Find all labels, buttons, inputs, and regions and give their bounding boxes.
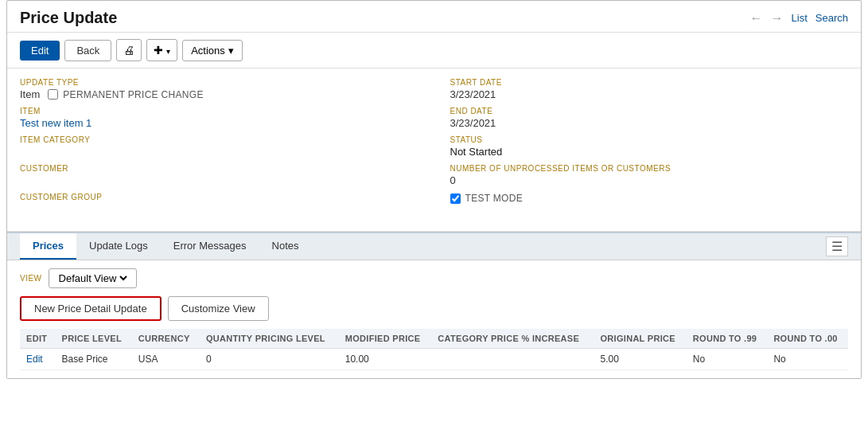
col-modified-price: MODIFIED PRICE [339,329,432,349]
col-category-price-increase: CATEGORY PRICE % INCREASE [431,329,594,349]
tab-content-prices: VIEW Default View New Price Detail Updat… [7,260,861,378]
status-label: STATUS [450,135,849,144]
page-title: Price Update [20,9,117,27]
row-currency: USA [132,349,200,370]
customer-group-group: CUSTOMER GROUP [20,193,418,215]
actions-arrow-icon: ▾ [228,45,234,57]
start-date-label: START DATE [450,78,849,87]
forward-arrow-nav[interactable]: → [771,11,784,25]
customer-label: CUSTOMER [20,164,418,173]
row-original-price: 5.00 [594,349,686,370]
col-round-00: ROUND TO .00 [767,329,848,349]
test-mode-group: TEST MODE [450,193,849,204]
new-price-detail-button[interactable]: New Price Detail Update [20,296,162,321]
page-header: Price Update ← → List Search [7,1,861,33]
back-button[interactable]: Back [64,40,111,61]
customer-group-value [20,203,418,215]
unprocessed-group: NUMBER OF UNPROCESSED ITEMS OR CUSTOMERS… [450,164,849,186]
tab-notes[interactable]: Notes [259,233,312,260]
actions-label: Actions [191,45,225,57]
toolbar: Edit Back 🖨 ✚ ▾ Actions ▾ [7,33,861,68]
row-modified-price: 10.00 [339,349,432,370]
actions-button[interactable]: Actions ▾ [182,40,243,61]
back-arrow-nav[interactable]: ← [750,11,763,25]
end-date-group: END DATE 3/23/2021 [450,107,849,129]
unprocessed-label: NUMBER OF UNPROCESSED ITEMS OR CUSTOMERS [450,164,849,173]
item-category-value [20,146,418,158]
end-date-label: END DATE [450,107,849,115]
col-quantity-pricing-level: QUANTITY PRICING LEVEL [200,329,339,349]
tab-collapse-button[interactable]: ☰ [826,236,848,256]
item-group: ITEM Test new item 1 [20,107,418,129]
row-price-level: Base Price [56,349,132,370]
row-round-00: No [767,349,848,370]
customer-group-label: CUSTOMER GROUP [20,193,418,201]
item-category-label: ITEM CATEGORY [20,135,418,144]
tabs-container: Prices Update Logs Error Messages Notes … [7,232,861,378]
row-quantity-pricing-level: 0 [200,349,339,370]
item-category-group: ITEM CATEGORY [20,135,418,158]
print-button[interactable]: 🖨 [116,39,142,61]
col-edit: EDIT [20,329,56,349]
add-icon: ✚ [154,44,163,57]
status-group: STATUS Not Started [450,135,849,158]
permanent-price-label: PERMANENT PRICE CHANGE [63,89,203,100]
item-label: ITEM [20,107,418,115]
permanent-price-row: PERMANENT PRICE CHANGE [48,89,203,100]
add-arrow-icon: ▾ [166,47,170,56]
price-table: EDIT PRICE LEVEL CURRENCY QUANTITY PRICI… [20,329,848,370]
start-date-value: 3/23/2021 [450,88,849,100]
tab-update-logs[interactable]: Update Logs [76,233,161,260]
view-label: VIEW [20,274,42,283]
view-select[interactable]: Default View [49,268,137,288]
list-nav-link[interactable]: List [792,12,808,24]
col-price-level: PRICE LEVEL [56,329,132,349]
status-value: Not Started [450,146,849,158]
table-row: Edit Base Price USA 0 10.00 5.00 No No [20,349,848,370]
update-type-group: UPDATE TYPE Item PERMANENT PRICE CHANGE [20,78,418,100]
tab-error-messages[interactable]: Error Messages [161,233,259,260]
view-row: VIEW Default View [20,268,848,288]
row-category-price-increase [431,349,594,370]
update-type-label: UPDATE TYPE [20,78,418,87]
search-nav-link[interactable]: Search [815,12,848,24]
permanent-price-checkbox[interactable] [48,89,58,100]
edit-button[interactable]: Edit [20,41,60,61]
update-type-value: Item [20,88,40,100]
test-mode-label: TEST MODE [465,193,524,204]
add-button[interactable]: ✚ ▾ [146,39,177,61]
tabs-bar: Prices Update Logs Error Messages Notes … [7,233,861,260]
tabs-list: Prices Update Logs Error Messages Notes [20,233,312,260]
col-original-price: ORIGINAL PRICE [594,329,686,349]
form-section: UPDATE TYPE Item PERMANENT PRICE CHANGE … [7,68,861,232]
customize-view-button[interactable]: Customize View [168,296,269,321]
col-currency: CURRENCY [132,329,200,349]
unprocessed-value: 0 [450,174,849,186]
actions-row: New Price Detail Update Customize View [20,296,848,321]
item-value[interactable]: Test new item 1 [20,117,418,129]
end-date-value: 3/23/2021 [450,117,849,129]
header-nav: ← → List Search [750,11,848,25]
start-date-group: START DATE 3/23/2021 [450,78,849,100]
row-round-99: No [687,349,768,370]
view-dropdown[interactable]: Default View [56,272,130,285]
test-mode-checkbox[interactable] [450,193,461,204]
col-round-99: ROUND TO .99 [687,329,768,349]
table-header-row: EDIT PRICE LEVEL CURRENCY QUANTITY PRICI… [20,329,848,349]
customer-value [20,174,418,186]
customer-group: CUSTOMER [20,164,418,186]
tab-prices[interactable]: Prices [20,233,76,260]
row-edit-link[interactable]: Edit [20,349,56,370]
